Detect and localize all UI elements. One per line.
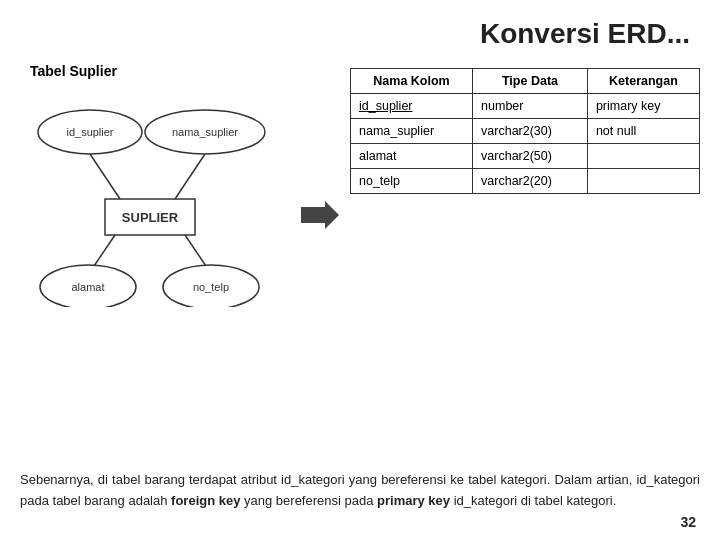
table-row: nama_suplier varchar2(30) not null (351, 119, 700, 144)
cell-tipe: varchar2(20) (473, 169, 588, 194)
text-bold1: foreign key (171, 493, 240, 508)
erd-title: Tabel Suplier (30, 63, 290, 79)
col-header-ket: Keterangan (587, 69, 699, 94)
cell-ket (587, 144, 699, 169)
erd-svg: id_suplier nama_suplier SUPLIER alamat n… (20, 87, 275, 307)
col-header-nama: Nama Kolom (351, 69, 473, 94)
cell-tipe: varchar2(30) (473, 119, 588, 144)
col-header-tipe: Tipe Data (473, 69, 588, 94)
text-part2: yang bereferensi pada (240, 493, 377, 508)
cell-ket: primary key (587, 94, 699, 119)
svg-line-5 (175, 154, 205, 199)
page-title: Konversi ERD... (0, 0, 720, 58)
cell-nama: alamat (351, 144, 473, 169)
svg-text:alamat: alamat (71, 281, 104, 293)
svg-text:id_suplier: id_suplier (66, 126, 113, 138)
svg-line-4 (90, 154, 120, 199)
erd-diagram: Tabel Suplier id_suplier nama_suplier SU… (20, 63, 290, 307)
main-content: Tabel Suplier id_suplier nama_suplier SU… (0, 63, 720, 307)
arrow-svg (301, 199, 339, 231)
svg-text:SUPLIER: SUPLIER (122, 210, 179, 225)
db-table: Nama Kolom Tipe Data Keterangan id_supli… (350, 68, 700, 194)
table-row: alamat varchar2(50) (351, 144, 700, 169)
cell-nama: nama_suplier (351, 119, 473, 144)
cell-ket: not null (587, 119, 699, 144)
cell-nama: no_telp (351, 169, 473, 194)
cell-ket (587, 169, 699, 194)
table-row: no_telp varchar2(20) (351, 169, 700, 194)
cell-tipe: varchar2(50) (473, 144, 588, 169)
svg-text:nama_suplier: nama_suplier (172, 126, 238, 138)
text-part3: id_kategori di tabel kategori. (450, 493, 616, 508)
arrow (300, 123, 340, 307)
cell-nama: id_suplier (351, 94, 473, 119)
svg-text:no_telp: no_telp (193, 281, 229, 293)
bottom-paragraph: Sebenarnya, di tabel barang terdapat atr… (20, 470, 700, 512)
text-bold2: primary key (377, 493, 450, 508)
db-table-area: Nama Kolom Tipe Data Keterangan id_supli… (350, 68, 700, 307)
table-row: id_suplier number primary key (351, 94, 700, 119)
page-number: 32 (680, 514, 696, 530)
cell-tipe: number (473, 94, 588, 119)
svg-marker-14 (301, 201, 339, 229)
